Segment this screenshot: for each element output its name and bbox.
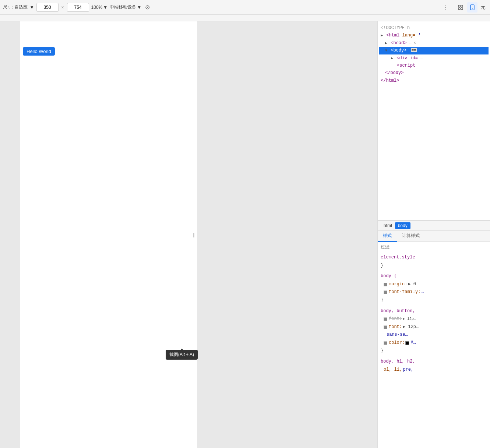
dimension-separator: × [61,5,64,10]
zoom-arrow: ▼ [103,5,107,10]
dom-script[interactable]: <script [379,62,489,69]
svg-rect-0 [458,5,460,7]
svg-rect-1 [461,5,463,7]
css-selector-element: element.style [381,254,415,262]
canvas-shade [197,21,377,448]
dom-head[interactable]: ▶ <head> … < [379,39,489,47]
svg-rect-3 [461,8,463,10]
toolbar-more-button[interactable]: ⋮ [441,2,450,12]
dom-body-close[interactable]: </body> [379,69,489,77]
device-arrow: ▼ [137,5,141,10]
css-element-style: element.style } [381,254,487,269]
css-body-h1-block: body, h1, h2, ol, li, pre, [381,358,487,374]
preview-panel: Hello World ‖ 截图(Alt + A) [0,21,377,448]
dom-doctype[interactable]: <!DOCTYPE h [379,24,489,32]
color-checkbox[interactable] [384,341,387,345]
html-triangle[interactable]: ▶ [381,33,383,38]
zoom-label: 100% [91,5,103,10]
css-selector-body-button: body, button, [381,307,415,315]
dom-html-close[interactable]: </html> [379,77,489,84]
hello-world-element[interactable]: Hello World [23,47,55,56]
ruler-left: // Draw ruler ticks inline [0,15,377,21]
ruler-right [377,15,490,21]
size-label: 尺寸: 自适应 [3,4,28,10]
devtools-panel: <!DOCTYPE h ▶ <html lang= ' ▶ <head> … <… [377,21,490,448]
body-triangle[interactable]: ▼ [385,49,387,53]
css-rules: element.style } body { margin: ▶ 0 [378,252,490,448]
breadcrumb-body[interactable]: body [395,222,410,229]
svg-point-5 [472,8,473,9]
css-body-button-block: body, button, font: ▶ 12p… font: ▶ 12p… … [381,307,487,355]
filter-input[interactable] [381,244,487,250]
width-input[interactable] [36,3,59,12]
css-selector-body-h1: body, h1, h2, [381,358,415,366]
zoom-control[interactable]: 100% ▼ [91,5,108,10]
head-triangle[interactable]: ▶ [385,41,387,45]
toolbar: 尺寸: 自适应 ▼ × 100% ▼ 中端移动设备 ▼ ⊘ ⋮ 元 [0,0,490,15]
font2-checkbox[interactable] [384,325,387,329]
styles-tabs: 样式 计算样式 [378,231,490,242]
svg-rect-2 [458,8,460,10]
tab-styles[interactable]: 样式 [378,230,397,242]
inspect-icon-btn[interactable] [455,2,466,13]
height-input[interactable] [67,3,89,12]
tab-computed[interactable]: 计算样式 [397,230,425,242]
div-triangle[interactable]: ▶ [391,56,393,60]
css-selector-body: body { [381,272,396,281]
font1-checkbox[interactable] [384,317,387,321]
margin-checkbox[interactable] [384,283,387,286]
size-arrow: ▼ [30,5,34,10]
main-area: Hello World ‖ 截图(Alt + A) <!DOCTYPE h ▶ … [0,21,490,448]
resize-handle[interactable]: ‖ [190,227,196,242]
breadcrumb-html[interactable]: html [381,222,395,229]
dom-div[interactable]: ▶ <div id= … [379,54,489,62]
css-body-block: body { margin: ▶ 0 font-family: … } [381,272,487,304]
dom-tree: <!DOCTYPE h ▶ <html lang= ' ▶ <head> … <… [378,21,490,221]
device-label: 中端移动设备 [110,4,136,10]
rotate-button[interactable]: ⊘ [145,4,150,11]
devtools-more-button[interactable]: 元 [479,3,487,12]
color-swatch [405,341,409,345]
fontfamily-checkbox[interactable] [384,290,387,294]
filter-bar [378,242,490,252]
page-canvas [20,21,197,448]
device-selector[interactable]: 中端移动设备 ▼ [110,4,141,10]
ruler-row: // Draw ruler ticks inline [0,15,490,21]
screenshot-tooltip: 截图(Alt + A) [166,350,198,360]
size-dropdown[interactable]: ▼ [30,5,34,10]
dom-html[interactable]: ▶ <html lang= ' [379,32,489,39]
dom-body[interactable]: ▼ <body> == [379,47,489,54]
device-icon-btn[interactable] [467,2,477,13]
breadcrumb-bar: html body [378,221,490,231]
